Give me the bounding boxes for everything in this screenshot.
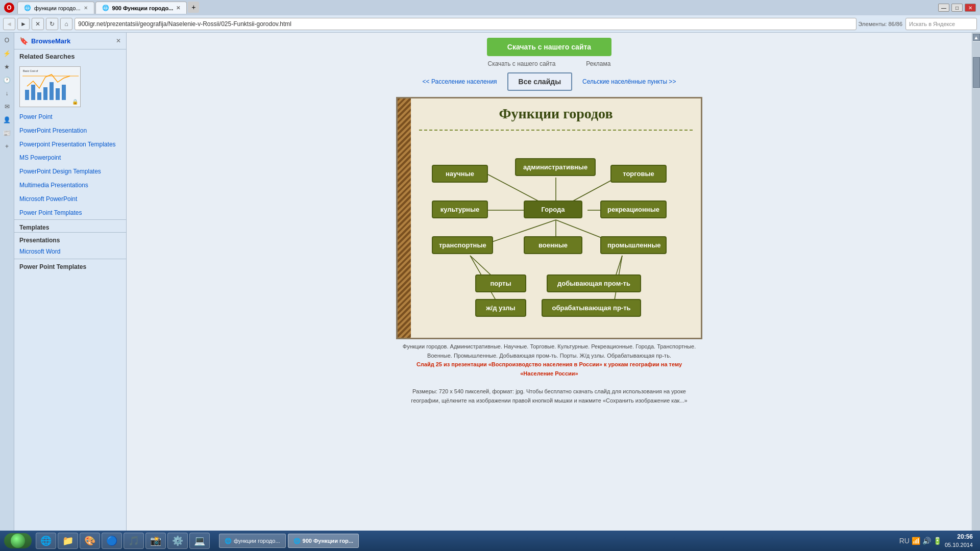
browsemark-label[interactable]: BrowseMark (31, 37, 70, 45)
taskbar-window-2-label: 900 Функции гор... (303, 538, 353, 544)
search-link-4[interactable]: MS Powerpoint (14, 151, 126, 165)
close-button[interactable]: ✕ (965, 4, 976, 12)
taskbar-right: RU 📶 🔊 🔋 20:56 05.10.2014 (896, 533, 976, 549)
scroll-up-button[interactable]: ▲ (973, 34, 980, 41)
box-rekreacionnye: рекреационные (600, 201, 667, 218)
box-nauchnie: научные (432, 165, 488, 183)
taskbar-window-1[interactable]: 🌐 функции городо... (219, 534, 286, 548)
prev-slide-link[interactable]: << Расселение населения (423, 78, 497, 85)
next-slide-link[interactable]: Сельские населённые пункты >> (582, 78, 676, 85)
search-link-1[interactable]: Power Point (14, 110, 126, 124)
taskbar-battery-icon[interactable]: 🔋 (933, 537, 942, 545)
box-dobyvajushchaja: добывающая пром-ть (547, 274, 641, 292)
thumbnail-image: Basic Cost of (20, 67, 80, 107)
box-porti: порты (475, 274, 526, 292)
slide-left-border (398, 98, 411, 338)
forward-button[interactable]: ► (17, 18, 30, 30)
side-icon-bookmarks[interactable]: ★ (2, 61, 13, 72)
taskbar-app-4[interactable]: 🔵 (102, 533, 122, 549)
scroll-thumb[interactable] (973, 57, 980, 88)
tab-2[interactable]: 🌐 900 Функции городо... ✕ (95, 2, 187, 14)
svg-text:Basic Cost of: Basic Cost of (23, 69, 38, 72)
start-button[interactable] (4, 533, 32, 548)
taskbar-date-display: 05.10.2014 (945, 541, 973, 549)
box-torgovie: торговые (610, 165, 667, 183)
download-from-site-label: Скачать с нашего сайта (488, 60, 556, 67)
search-link-2[interactable]: PowerPoint Presentation (14, 124, 126, 138)
browser-window: O 🌐 функции городо... ✕ 🌐 900 Функции го… (0, 0, 980, 551)
side-icon-opera[interactable]: O (2, 35, 13, 46)
taskbar-app-6[interactable]: 📸 (145, 533, 166, 549)
ad-label: Реклама (586, 60, 610, 67)
meta-row: Скачать с нашего сайта Реклама (127, 58, 972, 69)
search-link-6[interactable]: Multimedia Presentations (14, 179, 126, 192)
minimize-button[interactable]: — (938, 4, 949, 12)
search-placeholder: Искать в Яндексе (909, 21, 955, 27)
side-icon-news[interactable]: 📰 (2, 128, 13, 139)
search-link-9[interactable]: Microsoft Word (14, 245, 126, 259)
download-area: Скачать с нашего сайта (127, 33, 972, 58)
taskbar-explorer-icon[interactable]: 📁 (58, 533, 78, 549)
taskbar-app-7[interactable]: ⚙️ (167, 533, 188, 549)
elements-label-text: Элементы: (859, 21, 887, 27)
taskbar-window-2-icon: 🌐 (293, 538, 301, 544)
taskbar-window-2[interactable]: 🌐 900 Функции гор... (288, 534, 359, 548)
refresh-button[interactable]: ↻ (46, 18, 58, 30)
title-bar-left: O 🌐 функции городо... ✕ 🌐 900 Функции го… (4, 2, 199, 14)
all-slides-button[interactable]: Все слайды (507, 72, 573, 91)
side-icon-plus[interactable]: + (2, 141, 13, 152)
taskbar-audio-icon[interactable]: 🔊 (922, 537, 931, 545)
stop-button[interactable]: ✕ (32, 18, 44, 30)
scrollbar[interactable]: ▲ ▼ (972, 33, 980, 551)
search-link-5[interactable]: PowerPoint Design Templates (14, 165, 126, 179)
download-button[interactable]: Скачать с нашего сайта (487, 38, 611, 56)
start-orb (11, 534, 25, 548)
box-zhd: ж/д узлы (475, 299, 526, 317)
taskbar-app-8[interactable]: 💻 (189, 533, 210, 549)
scroll-track[interactable] (973, 42, 980, 542)
sidebar-section-powerpoint: Power Point Templates (14, 259, 126, 271)
side-icon-history[interactable]: 🕐 (2, 74, 13, 86)
taskbar-system-icons: RU 📶 🔊 🔋 (899, 537, 942, 545)
address-bar[interactable]: 900igr.net/prezentatsii/geografija/Nasel… (75, 18, 856, 30)
sidebar-thumbnail[interactable]: Basic Cost of 🔒 (19, 66, 81, 107)
svg-rect-8 (56, 88, 60, 100)
search-link-7[interactable]: Microsoft PowerPoint (14, 192, 126, 206)
tab-1-close[interactable]: ✕ (84, 5, 88, 11)
svg-rect-5 (37, 92, 41, 100)
side-icon-contacts[interactable]: 👤 (2, 114, 13, 126)
tab-1[interactable]: 🌐 функции городо... ✕ (17, 2, 94, 14)
bookmark-icon: 🔖 (19, 37, 28, 45)
box-goroda: Города (524, 201, 582, 218)
back-button[interactable]: ◄ (3, 18, 15, 30)
page-content: Скачать с нашего сайта Скачать с нашего … (127, 33, 972, 551)
new-tab-button[interactable]: + (188, 2, 199, 13)
box-transportnie: транспортные (432, 236, 493, 254)
tab-2-close[interactable]: ✕ (176, 5, 180, 11)
home-button[interactable]: ⌂ (60, 18, 72, 30)
search-box[interactable]: Искать в Яндексе (905, 18, 977, 30)
sidebar-close-button[interactable]: ✕ (116, 37, 121, 44)
page-content-area[interactable]: Скачать с нашего сайта Скачать с нашего … (127, 33, 972, 551)
sidebar: 🔖 BrowseMark ✕ Related Searches Basic Co… (14, 33, 127, 551)
slide-caption-block: Функции городов. Административные. Научн… (396, 342, 702, 405)
opera-side-panel: O ⚡ ★ 🕐 ↓ ✉ 👤 📰 + (0, 33, 14, 551)
side-icon-downloads[interactable]: ↓ (2, 88, 13, 99)
title-bar: O 🌐 функции городо... ✕ 🌐 900 Функции го… (0, 0, 980, 15)
search-link-3[interactable]: Powerpoint Presentation Templates (14, 138, 126, 152)
diagram-container: научные административные торговые культу… (419, 137, 693, 331)
taskbar-network-icon[interactable]: 📶 (912, 537, 920, 545)
search-link-8[interactable]: Power Point Templates (14, 206, 126, 220)
maximize-button[interactable]: □ (951, 4, 963, 12)
taskbar-ie-icon[interactable]: 🌐 (36, 533, 56, 549)
related-searches-title: Related Searches (14, 49, 126, 63)
taskbar-lang-icon[interactable]: RU (899, 537, 910, 545)
elements-label: Элементы: 86/86 (859, 21, 902, 27)
svg-rect-4 (31, 85, 35, 100)
taskbar-clock[interactable]: 20:56 05.10.2014 (945, 533, 973, 549)
side-icon-speed[interactable]: ⚡ (2, 48, 13, 59)
taskbar-app-3[interactable]: 🎨 (80, 533, 100, 549)
tab-2-label: 900 Функции городо... (112, 5, 174, 11)
taskbar-app-5[interactable]: 🎵 (124, 533, 144, 549)
side-icon-mail[interactable]: ✉ (2, 101, 13, 112)
